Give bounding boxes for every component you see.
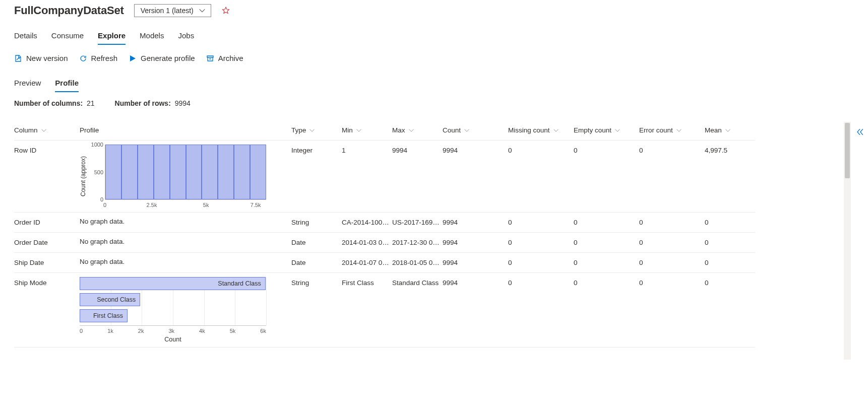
header-mean[interactable]: Mean: [705, 119, 755, 141]
play-icon: [129, 54, 137, 62]
new-version-label: New version: [26, 54, 68, 62]
cell-count: 9994: [443, 273, 508, 348]
no-graph-label: No graph data.: [80, 257, 288, 265]
no-graph-label: No graph data.: [80, 217, 288, 225]
tab-details[interactable]: Details: [14, 28, 37, 45]
cell-min: 2014-01-03 0…: [342, 233, 392, 253]
version-label: Version 1 (latest): [141, 7, 194, 15]
cell-mean: 4,997.5: [705, 141, 755, 213]
cell-profile: Standard ClassSecond ClassFirst Class01k…: [80, 273, 291, 348]
archive-label: Archive: [218, 54, 243, 62]
cell-min: 1: [342, 141, 392, 213]
refresh-icon: [79, 54, 87, 62]
summary-rows: Number of rows: 9994: [115, 99, 191, 107]
cell-empty: 0: [574, 253, 639, 273]
refresh-button[interactable]: Refresh: [79, 54, 118, 62]
command-bar: New version Refresh Generate profile Arc…: [14, 54, 854, 62]
tab-jobs[interactable]: Jobs: [178, 28, 194, 45]
subtab-profile[interactable]: Profile: [55, 77, 79, 92]
header-type[interactable]: Type: [291, 119, 342, 141]
new-version-icon: [14, 54, 22, 62]
histogram-bar: [121, 145, 138, 199]
cell-count: 9994: [443, 253, 508, 273]
tab-consume[interactable]: Consume: [51, 28, 84, 45]
cell-column-name: Ship Mode: [14, 273, 80, 348]
header-max[interactable]: Max: [392, 119, 443, 141]
cell-count: 9994: [443, 141, 508, 213]
no-graph-label: No graph data.: [80, 237, 288, 245]
cell-empty: 0: [574, 141, 639, 213]
cell-column-name: Order ID: [14, 213, 80, 233]
header-column[interactable]: Column: [14, 119, 80, 141]
cell-empty: 0: [574, 273, 639, 348]
version-dropdown[interactable]: Version 1 (latest): [134, 4, 211, 17]
cell-column-name: Order Date: [14, 233, 80, 253]
cell-type: String: [291, 213, 342, 233]
cell-missing: 0: [508, 253, 574, 273]
tab-explore[interactable]: Explore: [98, 28, 126, 45]
cell-mean: 0: [705, 233, 755, 253]
refresh-label: Refresh: [91, 54, 118, 62]
summary-columns: Number of columns: 21: [14, 99, 95, 107]
cell-error: 0: [639, 213, 705, 233]
cell-error: 0: [639, 141, 705, 213]
cell-missing: 0: [508, 233, 574, 253]
chart-y-axis-label: Count (approx): [80, 145, 87, 208]
histogram-bar: [202, 145, 218, 199]
subtab-preview[interactable]: Preview: [14, 77, 41, 92]
vertical-scrollbar[interactable]: ▴ ▾: [844, 122, 851, 360]
cell-mean: 0: [705, 253, 755, 273]
tab-models[interactable]: Models: [140, 28, 164, 45]
cell-type: String: [291, 273, 342, 348]
archive-icon: [206, 54, 214, 62]
cell-profile: No graph data.: [80, 213, 291, 233]
hbar: Second Class: [80, 293, 140, 306]
header-empty[interactable]: Empty count: [574, 119, 639, 141]
header-profile[interactable]: Profile: [80, 119, 291, 141]
cell-error: 0: [639, 233, 705, 253]
cell-max: 2018-01-05 0…: [392, 253, 443, 273]
cell-error: 0: [639, 273, 705, 348]
header-missing[interactable]: Missing count: [508, 119, 574, 141]
summary-row: Number of columns: 21 Number of rows: 99…: [14, 99, 854, 107]
histogram-bar: [250, 145, 266, 199]
cell-count: 9994: [443, 213, 508, 233]
cell-profile: Count (approx)1000500002.5k5k7.5k: [80, 141, 291, 213]
horizontal-bar-chart: Standard ClassSecond ClassFirst Class01k…: [80, 277, 288, 343]
cell-missing: 0: [508, 213, 574, 233]
header-min[interactable]: Min: [342, 119, 392, 141]
cell-max: 9994: [392, 141, 443, 213]
cell-max: 2017-12-30 0…: [392, 233, 443, 253]
cell-max: US-2017-169…: [392, 213, 443, 233]
scrollbar-thumb[interactable]: [845, 123, 850, 178]
hbar: First Class: [80, 309, 128, 322]
archive-button[interactable]: Archive: [206, 54, 243, 62]
cell-error: 0: [639, 253, 705, 273]
cell-type: Date: [291, 233, 342, 253]
cell-count: 9994: [443, 233, 508, 253]
histogram-bar: [138, 145, 154, 199]
header-error[interactable]: Error count: [639, 119, 705, 141]
cell-column-name: Row ID: [14, 141, 80, 213]
collapse-panel-button[interactable]: [855, 127, 865, 138]
histogram: Count (approx)1000500002.5k5k7.5k: [80, 145, 288, 208]
cell-max: Standard Class: [392, 273, 443, 348]
cell-missing: 0: [508, 141, 574, 213]
primary-tabs: Details Consume Explore Models Jobs: [14, 28, 854, 45]
generate-profile-button[interactable]: Generate profile: [129, 54, 195, 62]
new-version-button[interactable]: New version: [14, 54, 68, 62]
generate-profile-label: Generate profile: [141, 54, 195, 62]
hbar: Standard Class: [80, 277, 266, 290]
cell-empty: 0: [574, 213, 639, 233]
header-count[interactable]: Count: [443, 119, 508, 141]
cell-mean: 0: [705, 213, 755, 233]
chevron-double-left-icon: [855, 127, 865, 137]
cell-profile: No graph data.: [80, 253, 291, 273]
favorite-star-icon[interactable]: [221, 6, 230, 15]
histogram-bar: [234, 145, 250, 199]
cell-min: 2014-01-07 0…: [342, 253, 392, 273]
cell-min: First Class: [342, 273, 392, 348]
profile-table: ColumnProfileTypeMinMaxCountMissing coun…: [14, 119, 854, 348]
cell-empty: 0: [574, 233, 639, 253]
histogram-bar: [186, 145, 202, 199]
